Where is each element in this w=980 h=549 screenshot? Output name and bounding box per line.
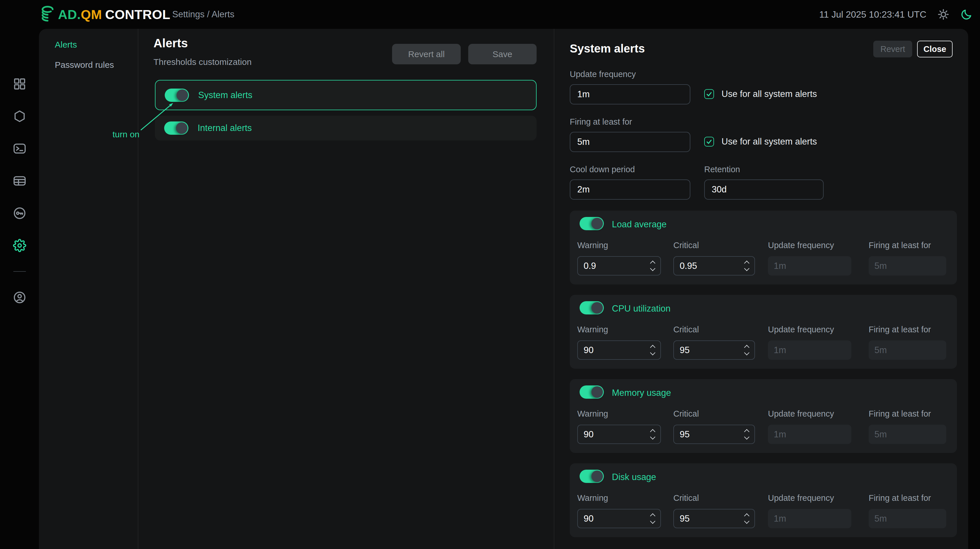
firing-column-label: Firing at least for [869, 325, 931, 334]
user-profile-icon [13, 291, 26, 304]
warning-value: 0.9 [578, 261, 651, 271]
update-frequency-input[interactable]: 1m [570, 84, 690, 104]
firing-value: 5m [874, 429, 887, 440]
metric-toggle[interactable] [579, 301, 604, 315]
close-button[interactable]: Close [917, 41, 953, 57]
stepper-arrows-icon[interactable] [745, 345, 754, 355]
metric-toggle[interactable] [579, 385, 604, 399]
metric-name: Disk usage [612, 472, 656, 482]
warning-column-label: Warning [577, 240, 608, 250]
toggle-knob [176, 123, 188, 134]
use-for-all-checkbox-1[interactable] [704, 89, 714, 99]
warning-input[interactable]: 0.9 [577, 256, 661, 275]
critical-input[interactable]: 95 [673, 509, 755, 528]
icon-rail [0, 77, 39, 304]
sidebar-item-access[interactable] [13, 207, 26, 220]
page-title: Alerts [153, 37, 188, 50]
light-theme-button[interactable] [937, 8, 950, 21]
update-frequency-disabled-input: 1m [768, 256, 851, 275]
sidebar-item-services[interactable] [13, 110, 26, 123]
system-alerts-label: System alerts [198, 90, 253, 100]
update-frequency-value: 1m [774, 345, 786, 355]
system-alerts-toggle[interactable] [165, 89, 189, 102]
firing-value: 5m [874, 261, 887, 271]
logo-text-ad: AD. [58, 8, 81, 21]
metric-name: CPU utilization [612, 304, 670, 314]
firing-value: 5m [874, 514, 887, 524]
update-frequency-value: 1m [774, 514, 786, 524]
revert-all-button[interactable]: Revert all [392, 44, 461, 64]
update-frequency-column-label: Update frequency [768, 240, 834, 250]
warning-input[interactable]: 90 [577, 341, 661, 360]
retention-input[interactable]: 30d [704, 180, 824, 200]
metric-card: Disk usage Warning Critical Update frequ… [570, 463, 957, 537]
firing-disabled-input: 5m [869, 425, 946, 444]
system-alerts-row[interactable]: System alerts [155, 80, 536, 110]
critical-input[interactable]: 95 [673, 425, 755, 444]
update-frequency-column-label: Update frequency [768, 409, 834, 419]
turn-on-annotation: turn on [113, 129, 139, 139]
warning-input[interactable]: 90 [577, 425, 661, 444]
sidebar-item-tables[interactable] [13, 174, 26, 188]
nav-item-password-rules[interactable]: Password rules [55, 60, 114, 70]
stepper-arrows-icon[interactable] [651, 261, 660, 271]
stepper-arrows-icon[interactable] [651, 514, 660, 523]
warning-column-label: Warning [577, 409, 608, 419]
save-button[interactable]: Save [468, 44, 536, 64]
stepper-arrows-icon[interactable] [745, 261, 754, 271]
warning-input[interactable]: 90 [577, 509, 661, 528]
internal-alerts-row[interactable]: Internal alerts [155, 116, 536, 140]
warning-value: 90 [578, 514, 651, 524]
nav-item-alerts[interactable]: Alerts [55, 40, 77, 49]
critical-value: 0.95 [674, 261, 745, 271]
firing-column-label: Firing at least for [869, 493, 931, 503]
sidebar-item-settings[interactable] [13, 239, 26, 252]
critical-input[interactable]: 95 [673, 341, 755, 360]
gear-icon [13, 239, 26, 252]
table-icon [13, 174, 26, 188]
metric-toggle[interactable] [579, 469, 604, 483]
toggle-knob [592, 386, 603, 398]
app-screen: AD.QMCONTROL Settings / Alerts 11 Jul 20… [0, 0, 980, 549]
metric-name: Load average [612, 219, 667, 230]
toggle-knob [592, 302, 603, 313]
update-frequency-label: Update frequency [570, 70, 636, 79]
sidebar-item-console[interactable] [13, 142, 26, 155]
firing-value: 5m [874, 345, 887, 355]
sidebar-item-profile[interactable] [13, 291, 26, 304]
cooldown-input[interactable]: 2m [570, 180, 690, 200]
firing-column-label: Firing at least for [869, 409, 931, 419]
metric-toggle[interactable] [579, 217, 604, 230]
breadcrumb[interactable]: Settings / Alerts [172, 0, 234, 29]
warning-column-label: Warning [577, 325, 608, 334]
update-frequency-disabled-input: 1m [768, 509, 851, 528]
metric-card: Load average Warning Critical Update fre… [570, 211, 957, 285]
critical-column-label: Critical [673, 325, 699, 334]
sidebar-item-dashboard[interactable] [13, 77, 26, 91]
use-for-all-label-2: Use for all system alerts [722, 137, 817, 147]
check-icon [706, 138, 713, 145]
critical-input[interactable]: 0.95 [673, 256, 755, 275]
warning-column-label: Warning [577, 493, 608, 503]
warning-value: 90 [578, 345, 651, 355]
stepper-arrows-icon[interactable] [745, 430, 754, 439]
use-for-all-checkbox-2[interactable] [704, 137, 714, 146]
update-frequency-value: 1m [774, 429, 786, 440]
app-logo[interactable]: AD.QMCONTROL [40, 0, 170, 29]
rail-divider [13, 271, 26, 272]
firing-column-label: Firing at least for [869, 240, 931, 250]
retention-label: Retention [704, 165, 740, 174]
stepper-arrows-icon[interactable] [651, 430, 660, 439]
cooldown-label: Cool down period [570, 165, 635, 174]
key-icon [13, 207, 26, 220]
critical-value: 95 [674, 345, 745, 355]
stepper-arrows-icon[interactable] [651, 345, 660, 355]
dark-theme-button[interactable] [960, 8, 972, 21]
stepper-arrows-icon[interactable] [745, 514, 754, 523]
revert-button[interactable]: Revert [873, 41, 912, 57]
update-frequency-value: 1m [774, 261, 786, 271]
update-frequency-disabled-input: 1m [768, 425, 851, 444]
firing-input[interactable]: 5m [570, 132, 690, 152]
critical-value: 95 [674, 514, 745, 524]
internal-alerts-toggle[interactable] [164, 121, 188, 135]
